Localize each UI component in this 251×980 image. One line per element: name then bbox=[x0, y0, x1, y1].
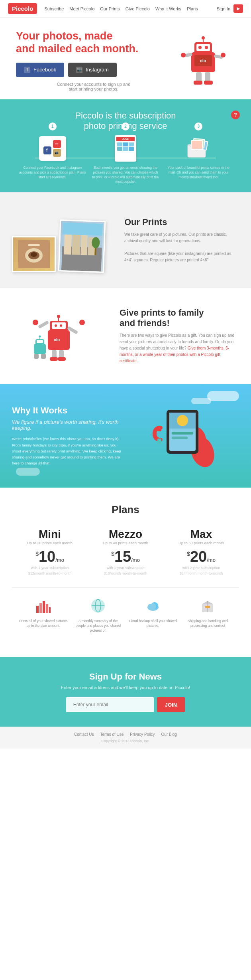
our-prints-description: We take great care of your pictures. Our… bbox=[124, 231, 239, 263]
our-prints-section: Our Prints We take great care of your pi… bbox=[0, 192, 251, 288]
why-visual bbox=[129, 400, 239, 472]
svg-rect-34 bbox=[64, 235, 72, 255]
nav-link[interactable]: Give Piccolo bbox=[125, 6, 150, 11]
svg-rect-15 bbox=[194, 81, 202, 85]
feature-icon bbox=[73, 596, 124, 616]
step-2-num: 2 bbox=[122, 122, 129, 130]
plan-price-row: $ 20 /mo bbox=[167, 549, 235, 564]
svg-text:olo: olo bbox=[55, 142, 59, 145]
svg-point-61 bbox=[39, 336, 41, 338]
plans-section: Plans Mini Up to 20 prints each month $ … bbox=[0, 488, 251, 657]
nav-logo[interactable]: Piccolo bbox=[8, 3, 37, 14]
plan-name: Mini bbox=[16, 528, 84, 541]
print-photo-2 bbox=[58, 219, 106, 273]
nav-link[interactable]: Our Prints bbox=[100, 6, 120, 11]
hero-section: Your photos, made and mailed each month.… bbox=[0, 18, 251, 99]
plan-mo: /mo bbox=[131, 557, 140, 563]
mail-icon bbox=[186, 136, 212, 160]
nav-sign-in[interactable]: Sign In bbox=[217, 6, 230, 11]
plan-dollar-sign: $ bbox=[111, 551, 114, 557]
svg-rect-70 bbox=[172, 432, 193, 435]
svg-point-85 bbox=[150, 603, 156, 610]
plans-row: Mini Up to 20 prints each month $ 10 /mo… bbox=[12, 524, 239, 579]
hero-title: Your photos, made and mailed each month. bbox=[16, 30, 171, 55]
nav-link[interactable]: Why It Works bbox=[155, 6, 181, 11]
feature-text: A monthly summary of the people and plac… bbox=[73, 619, 124, 633]
plan-desc: Up to 20 prints each month bbox=[16, 541, 84, 545]
instagram-button[interactable]: 📷 Instagram bbox=[68, 63, 117, 77]
svg-point-45 bbox=[55, 324, 57, 327]
svg-point-8 bbox=[202, 36, 205, 40]
prints-images bbox=[12, 208, 116, 272]
svg-text:📷: 📷 bbox=[55, 150, 59, 154]
step-3-text: Your pack of beautiful prints comes in t… bbox=[165, 166, 232, 180]
feature-item: Cloud backup of all your shared pictures… bbox=[125, 596, 180, 633]
facebook-label: Facebook bbox=[33, 67, 56, 73]
cloud-3-icon bbox=[16, 468, 40, 476]
nav-link[interactable]: Plans bbox=[187, 6, 198, 11]
hero-content: Your photos, made and mailed each month.… bbox=[16, 30, 171, 91]
social-connect-icon: f olo 📷 bbox=[43, 139, 63, 158]
plan-dollar-sign: $ bbox=[35, 551, 39, 557]
plan-item: Mini Up to 20 prints each month $ 10 /mo… bbox=[12, 524, 88, 579]
footer-link[interactable]: Contact Us bbox=[74, 732, 94, 737]
piccolo-is-section: Piccolo is the subscription photo printi… bbox=[0, 99, 251, 193]
nav-links: SubscribeMeet PiccoloOur PrintsGive Picc… bbox=[44, 6, 216, 11]
piccolo-is-heading1: Piccolo is the subscription bbox=[12, 111, 239, 121]
plan-sub: with 1-year subscription bbox=[92, 566, 159, 570]
plan-price-row: $ 15 /mo bbox=[92, 549, 159, 564]
svg-rect-63 bbox=[41, 354, 46, 359]
feature-item: Prints all of your shared pictures up to… bbox=[16, 596, 71, 633]
navigation: Piccolo SubscribeMeet PiccoloOur PrintsG… bbox=[0, 0, 251, 18]
step-1-icon: f olo 📷 bbox=[19, 134, 86, 162]
step-3-icon bbox=[165, 134, 232, 162]
facebook-button[interactable]: f Facebook bbox=[16, 63, 64, 77]
hero-subtext: Connect your accounts to sign up and sta… bbox=[16, 82, 171, 91]
question-badge[interactable]: ? bbox=[231, 111, 240, 119]
svg-point-50 bbox=[33, 320, 38, 325]
feature-text: Cloud backup of all your shared pictures… bbox=[128, 619, 178, 628]
svg-text:olo: olo bbox=[54, 338, 60, 342]
svg-rect-74 bbox=[36, 606, 39, 613]
give-prints-heading: Give prints to family and friends! bbox=[120, 308, 239, 328]
svg-rect-59 bbox=[37, 340, 43, 343]
footer-link[interactable]: Privacy Policy bbox=[130, 732, 155, 737]
hero-buttons: f Facebook 📷 Instagram bbox=[16, 63, 171, 77]
feature-icon bbox=[18, 596, 69, 616]
svg-rect-72 bbox=[157, 426, 161, 431]
our-prints-text: Our Prints We take great care of your pi… bbox=[124, 217, 239, 263]
our-prints-heading: Our Prints bbox=[124, 217, 239, 227]
plan-name: Max bbox=[167, 528, 235, 541]
phone-illustration-icon bbox=[149, 400, 220, 472]
svg-rect-31 bbox=[28, 244, 40, 246]
plan-item: Mezzo Up to 40 prints each month $ 15 /m… bbox=[88, 524, 163, 579]
nav-link[interactable]: Subscribe bbox=[44, 6, 64, 11]
plan-desc: Up to 60 prints each month bbox=[167, 541, 235, 545]
footer-link[interactable]: Terms of Use bbox=[100, 732, 124, 737]
svg-point-12 bbox=[221, 53, 226, 57]
plan-desc: Up to 40 prints each month bbox=[92, 541, 159, 545]
plan-amount: 20 bbox=[190, 549, 207, 564]
give-robot-icon: olo bbox=[30, 304, 94, 368]
svg-rect-44 bbox=[52, 322, 66, 329]
plan-mo: /mo bbox=[207, 557, 216, 563]
give-prints-section: olo Give prints t bbox=[0, 288, 251, 384]
footer-link[interactable]: Our Blog bbox=[161, 732, 177, 737]
svg-rect-55 bbox=[50, 357, 58, 361]
signup-join-button[interactable]: JOIN bbox=[157, 697, 185, 712]
svg-rect-36 bbox=[80, 233, 88, 255]
plan-amount: 10 bbox=[39, 549, 55, 564]
svg-rect-77 bbox=[46, 604, 48, 613]
plan-amount: 15 bbox=[114, 549, 131, 564]
why-italic: We figure if a picture's worth sharing, … bbox=[12, 419, 122, 431]
feature-icon bbox=[183, 596, 233, 616]
step-2-icon: JUNE bbox=[92, 134, 159, 162]
plan-mo: /mo bbox=[55, 557, 64, 563]
svg-rect-76 bbox=[43, 601, 45, 613]
step-3-num: 3 bbox=[194, 122, 202, 130]
facebook-icon: f bbox=[24, 67, 30, 73]
nav-link[interactable]: Meet Piccolo bbox=[69, 6, 94, 11]
signup-email-input[interactable] bbox=[66, 697, 154, 712]
nav-signup-button[interactable]: ▶ bbox=[233, 4, 243, 13]
svg-rect-26 bbox=[191, 140, 202, 149]
